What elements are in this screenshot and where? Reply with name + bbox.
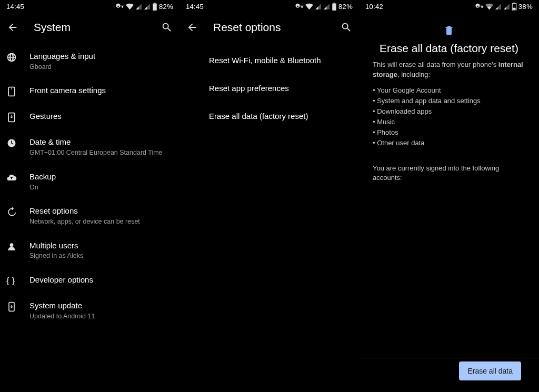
reset-options-screen: 14:45 82% Reset options Reset Wi-Fi, mob… bbox=[179, 0, 359, 392]
status-icons: 82% bbox=[116, 2, 173, 11]
erase-item: Music bbox=[373, 117, 525, 127]
wifi-icon bbox=[485, 3, 493, 11]
status-bar: 14:45 82% bbox=[179, 0, 359, 13]
back-button[interactable] bbox=[6, 21, 19, 34]
search-button[interactable] bbox=[161, 21, 173, 34]
search-icon bbox=[161, 22, 173, 33]
row-title: Front camera settings bbox=[29, 86, 172, 96]
row-subtitle: Network, apps, or device can be reset bbox=[29, 218, 172, 226]
status-bar: 14:45 82% bbox=[0, 0, 179, 13]
vpn-key-icon bbox=[295, 2, 304, 11]
signed-in-accounts-text: You are currently signed into the follow… bbox=[373, 164, 525, 184]
status-time: 14:45 bbox=[6, 3, 24, 11]
erase-item: Other user data bbox=[373, 138, 525, 148]
row-title: Multiple users bbox=[29, 241, 172, 251]
settings-row-languages-input[interactable]: Languages & inputGboard bbox=[0, 44, 179, 78]
row-subtitle: On bbox=[29, 184, 172, 192]
wifi-icon bbox=[126, 3, 134, 11]
erase-item: System and app data and settings bbox=[373, 96, 525, 106]
status-time: 10:42 bbox=[365, 3, 383, 11]
settings-list: Languages & inputGboardFront camera sett… bbox=[0, 40, 179, 328]
svg-rect-9 bbox=[334, 3, 335, 4]
back-arrow-icon bbox=[7, 22, 18, 33]
cloud-up-icon bbox=[6, 172, 29, 183]
search-icon bbox=[341, 22, 352, 33]
battery-pct: 82% bbox=[338, 3, 353, 11]
row-subtitle: Updated to Android 11 bbox=[29, 313, 172, 321]
battery-pct: 38% bbox=[518, 3, 533, 11]
back-button[interactable] bbox=[186, 21, 198, 34]
status-time: 14:45 bbox=[186, 3, 204, 11]
svg-rect-11 bbox=[514, 3, 515, 4]
factory-reset-title: Erase all data (factory reset) bbox=[380, 42, 518, 55]
page-title: System bbox=[34, 21, 146, 34]
trash-icon bbox=[444, 24, 454, 36]
status-icons: 82% bbox=[295, 2, 353, 11]
erase-item: Photos bbox=[373, 127, 525, 138]
row-title: System update bbox=[29, 301, 172, 311]
erase-all-data-button[interactable]: Erase all data bbox=[459, 361, 521, 380]
person-icon bbox=[6, 241, 29, 252]
settings-row-reset-options[interactable]: Reset optionsNetwork, apps, or device ca… bbox=[0, 199, 179, 233]
braces-icon: { } bbox=[6, 275, 29, 286]
signal-2-icon bbox=[323, 3, 330, 10]
bottom-divider bbox=[359, 358, 539, 358]
search-button[interactable] bbox=[340, 21, 353, 34]
status-bar: 10:42 38% bbox=[359, 0, 539, 13]
erase-item: Your Google Account bbox=[373, 85, 525, 96]
battery-icon bbox=[152, 3, 157, 11]
erase-item: Downloaded apps bbox=[373, 106, 525, 117]
signal-2-icon bbox=[503, 3, 510, 10]
reset-app-preferences[interactable]: Reset app preferences bbox=[179, 74, 359, 102]
battery-icon bbox=[332, 3, 337, 11]
update-icon bbox=[6, 301, 29, 312]
status-icons: 38% bbox=[475, 2, 533, 11]
signal-1-icon bbox=[495, 3, 502, 10]
row-title: Gestures bbox=[29, 112, 172, 122]
svg-rect-12 bbox=[513, 7, 515, 9]
signal-1-icon bbox=[135, 3, 142, 10]
vpn-key-icon bbox=[475, 2, 484, 11]
erase-items-list: Your Google Account System and app data … bbox=[373, 85, 525, 149]
back-arrow-icon bbox=[186, 22, 198, 33]
front-cam-icon bbox=[6, 86, 29, 97]
history-icon bbox=[6, 206, 29, 217]
row-subtitle: Signed in as Aleks bbox=[29, 252, 172, 260]
row-title: Developer options bbox=[29, 275, 172, 285]
svg-rect-1 bbox=[154, 3, 156, 4]
system-settings-screen: 14:45 82% System Languages & inputGboard… bbox=[0, 0, 179, 392]
svg-rect-0 bbox=[153, 3, 157, 11]
reset-wifi-mobile-bluetooth[interactable]: Reset Wi-Fi, mobile & Bluetooth bbox=[179, 46, 359, 74]
gestures-icon bbox=[6, 112, 29, 123]
page-title: Reset options bbox=[213, 21, 325, 34]
settings-row-developer-options[interactable]: { }Developer options bbox=[0, 268, 179, 294]
header: System bbox=[0, 13, 179, 40]
vpn-key-icon bbox=[116, 2, 124, 11]
wifi-icon bbox=[305, 3, 313, 11]
globe-icon bbox=[6, 52, 29, 63]
signal-1-icon bbox=[315, 3, 322, 10]
factory-reset-description: This will erase all data from your phone… bbox=[373, 60, 525, 80]
battery-pct: 82% bbox=[159, 3, 173, 11]
battery-outline-icon bbox=[512, 3, 517, 11]
factory-reset-screen: 10:42 38% Erase all data (factory reset)… bbox=[359, 0, 539, 392]
settings-row-gestures[interactable]: Gestures bbox=[0, 104, 179, 130]
row-title: Languages & input bbox=[29, 52, 172, 62]
erase-all-data[interactable]: Erase all data (factory reset) bbox=[179, 102, 359, 130]
reset-options-list: Reset Wi-Fi, mobile & Bluetooth Reset ap… bbox=[179, 40, 359, 130]
svg-point-3 bbox=[11, 88, 12, 89]
settings-row-front-camera-settings[interactable]: Front camera settings bbox=[0, 78, 179, 104]
row-subtitle: GMT+01:00 Central European Standard Time bbox=[29, 149, 172, 157]
settings-row-backup[interactable]: BackupOn bbox=[0, 165, 179, 199]
row-title: Date & time bbox=[29, 137, 172, 147]
header: Reset options bbox=[179, 13, 359, 40]
settings-row-multiple-users[interactable]: Multiple usersSigned in as Aleks bbox=[0, 234, 179, 268]
row-title: Backup bbox=[29, 172, 172, 182]
svg-point-6 bbox=[10, 243, 14, 247]
svg-rect-8 bbox=[332, 3, 336, 11]
signal-2-icon bbox=[144, 3, 151, 10]
settings-row-date-time[interactable]: Date & timeGMT+01:00 Central European St… bbox=[0, 130, 179, 164]
settings-row-system-update[interactable]: System updateUpdated to Android 11 bbox=[0, 294, 179, 328]
clock-icon bbox=[6, 137, 29, 148]
row-title: Reset options bbox=[29, 206, 172, 216]
